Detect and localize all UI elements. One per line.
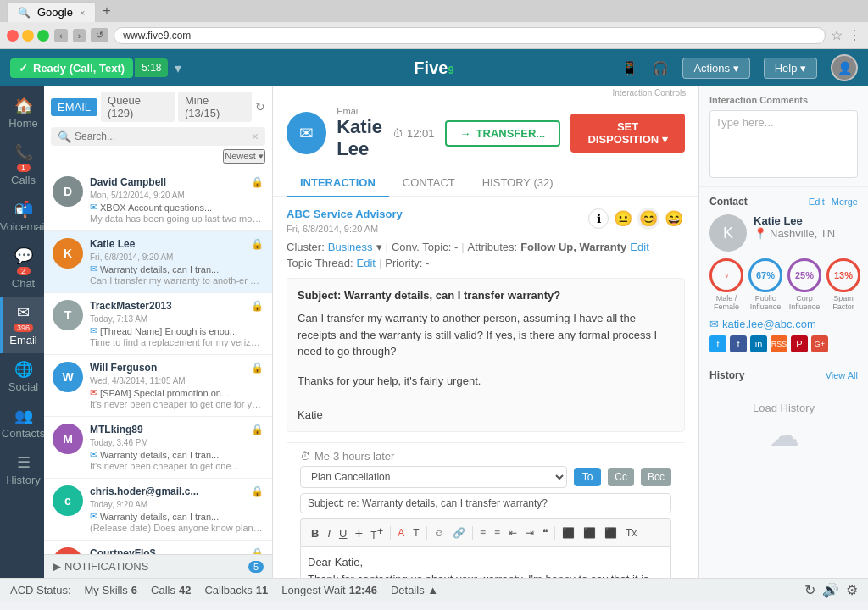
sidebar-item-calls[interactable]: 📞 1 Calls — [0, 136, 44, 193]
italic-button[interactable]: I — [324, 525, 334, 541]
tab-mine[interactable]: Mine (13/15) — [178, 92, 252, 122]
font-size-button[interactable]: T — [409, 525, 422, 541]
sidebar-item-social[interactable]: 🌐 Social — [0, 353, 44, 400]
avatar[interactable]: 👤 — [831, 54, 858, 81]
editor-body[interactable]: Dear Katie,Thank for contacting us about… — [300, 546, 671, 578]
notifications-bar[interactable]: ▶ NOTIFICATIONS 5 — [44, 554, 272, 578]
tab-close-btn[interactable]: × — [80, 8, 85, 18]
reply-subject-input[interactable] — [300, 493, 671, 513]
transfer-button[interactable]: → TRANSFER... — [445, 120, 561, 147]
cc-button[interactable]: Cc — [608, 468, 634, 486]
maximize-window-btn[interactable] — [37, 30, 49, 42]
bcc-button[interactable]: Bcc — [641, 468, 671, 486]
chat-icon: 💬 — [14, 247, 33, 265]
contact-merge-link[interactable]: Merge — [832, 197, 858, 207]
facebook-icon[interactable]: f — [730, 336, 747, 352]
refresh-email-btn[interactable]: ↻ — [255, 100, 265, 114]
bold-button[interactable]: B — [308, 525, 322, 541]
email-content: MTLking89 🔒 Today, 3:46 PM ✉ Warranty de… — [90, 424, 264, 471]
tab-contact[interactable]: CONTACT — [389, 169, 469, 197]
list-item[interactable]: T TrackMaster2013 🔒 Today, 7:13 AM ✉ [Th… — [44, 293, 272, 355]
audio-icon[interactable]: 🔊 — [822, 582, 839, 598]
email-body-card: Subject: Warranty details, can I transfe… — [287, 278, 685, 432]
rss-icon[interactable]: RSS — [771, 336, 787, 352]
emoji-button[interactable]: ☺ — [431, 525, 448, 541]
calls-status: Calls 42 — [151, 584, 191, 596]
sidebar-item-chat[interactable]: 💬 2 Chat — [0, 240, 44, 297]
address-bar[interactable] — [114, 27, 826, 44]
font-color-button[interactable]: A — [394, 525, 408, 541]
tab-interaction[interactable]: INTERACTION — [287, 169, 389, 197]
forward-btn[interactable]: › — [73, 29, 86, 42]
info-button[interactable]: ℹ — [588, 208, 609, 229]
sidebar-item-email[interactable]: ✉ 396 Email — [0, 297, 44, 353]
sidebar-item-voicemail[interactable]: 📬 Voicemail — [0, 193, 44, 240]
browser-tab[interactable]: 🔍 Google × — [7, 2, 96, 22]
pinterest-icon[interactable]: P — [791, 336, 808, 352]
phone-icon[interactable]: 📱 — [621, 60, 638, 76]
underline-button[interactable]: U — [336, 525, 350, 541]
list-item[interactable]: W Will Ferguson 🔒 Wed, 4/3/2014, 11:05 A… — [44, 355, 272, 417]
tab-queue[interactable]: Queue (129) — [101, 92, 175, 122]
unordered-list-button[interactable]: ≡ — [491, 525, 504, 541]
list-item[interactable]: c chris.hoder@gmail.c... 🔒 Today, 9:20 A… — [44, 479, 272, 541]
refresh-btn[interactable]: ↺ — [91, 28, 108, 42]
google-plus-icon[interactable]: G+ — [811, 336, 828, 352]
list-item[interactable]: M MTLking89 🔒 Today, 3:46 PM ✉ Warranty … — [44, 417, 272, 479]
sidebar-item-contacts[interactable]: 👥 Contacts — [0, 400, 44, 446]
new-tab-btn[interactable]: + — [96, 0, 117, 22]
close-window-btn[interactable] — [7, 30, 19, 42]
align-left-button[interactable]: ⬛ — [559, 525, 578, 541]
refresh-status-icon[interactable]: ↻ — [804, 582, 815, 598]
set-disposition-button[interactable]: SET DISPOSITION ▾ — [570, 114, 685, 152]
minimize-window-btn[interactable] — [22, 30, 34, 42]
superscript-button[interactable]: T+ — [367, 523, 387, 543]
interaction-tabs: INTERACTION CONTACT HISTORY (32) — [273, 169, 698, 197]
list-item[interactable]: C CourtneyFlo$ 🔒 Today, 7:13 AM ✉ What's… — [44, 541, 272, 554]
email-sender: CourtneyFlo$ — [90, 547, 155, 554]
strikethrough-button[interactable]: T — [352, 525, 365, 541]
dislike-button[interactable]: 😐 — [612, 208, 634, 230]
clear-format-button[interactable]: Tx — [622, 525, 640, 541]
align-center-button[interactable]: ⬛ — [580, 525, 599, 541]
details-toggle[interactable]: Details ▲ — [391, 584, 438, 596]
twitter-icon[interactable]: t — [709, 336, 726, 352]
stat-gender: ♀ Male /Female — [709, 258, 743, 311]
topic-thread-edit-link[interactable]: Edit — [357, 257, 376, 269]
sort-button[interactable]: Newest ▾ — [223, 149, 265, 164]
like-button[interactable]: 😄 — [663, 208, 685, 230]
list-item[interactable]: K Katie Lee 🔒 Fri, 6/8/2014, 9:20 AM ✉ W… — [44, 231, 272, 293]
ready-button[interactable]: ✓ Ready (Call, Text) — [10, 58, 133, 78]
search-input[interactable] — [75, 130, 248, 142]
linkedin-icon[interactable]: in — [750, 336, 767, 352]
contact-email[interactable]: katie.lee@abc.com — [722, 318, 816, 330]
actions-button[interactable]: Actions ▾ — [682, 58, 749, 79]
indent-right-button[interactable]: ⇥ — [522, 525, 537, 541]
tab-history[interactable]: HISTORY (32) — [469, 169, 567, 197]
neutral-button[interactable]: 😊 — [637, 208, 659, 230]
help-button[interactable]: Help ▾ — [764, 58, 817, 79]
list-item[interactable]: D David Campbell 🔒 Mon, 5/12/2014, 9:20 … — [44, 169, 272, 231]
link-button[interactable]: 🔗 — [449, 525, 469, 541]
clear-search-icon[interactable]: × — [252, 130, 259, 143]
attributes-edit-link[interactable]: Edit — [630, 241, 648, 253]
cluster-link[interactable]: Business — [328, 241, 373, 253]
sidebar-item-home[interactable]: 🏠 Home — [0, 90, 44, 136]
align-right-button[interactable]: ⬛ — [601, 525, 620, 541]
sidebar-item-history[interactable]: ☰ History — [0, 446, 44, 493]
back-btn[interactable]: ‹ — [54, 29, 68, 42]
ordered-list-button[interactable]: ≡ — [476, 525, 489, 541]
view-all-link[interactable]: View All — [826, 370, 858, 380]
headset-icon[interactable]: 🎧 — [652, 60, 669, 76]
template-select[interactable]: Plan Cancellation — [300, 466, 567, 488]
to-button[interactable]: To — [574, 468, 602, 486]
email-msg-icon: ✉ — [90, 511, 97, 522]
contact-edit-link[interactable]: Edit — [809, 197, 825, 207]
settings-icon[interactable]: ⚙ — [846, 582, 858, 598]
comment-box[interactable]: Type here... — [709, 110, 858, 178]
indent-left-button[interactable]: ⇤ — [505, 525, 520, 541]
email-date: Fri, 6/8/2014, 9:20 AM — [287, 224, 403, 234]
quote-button[interactable]: ❝ — [539, 525, 551, 541]
email-panel: EMAIL Queue (129) Mine (13/15) ↻ 🔍 × New… — [44, 86, 273, 578]
tab-email[interactable]: EMAIL — [51, 98, 97, 116]
